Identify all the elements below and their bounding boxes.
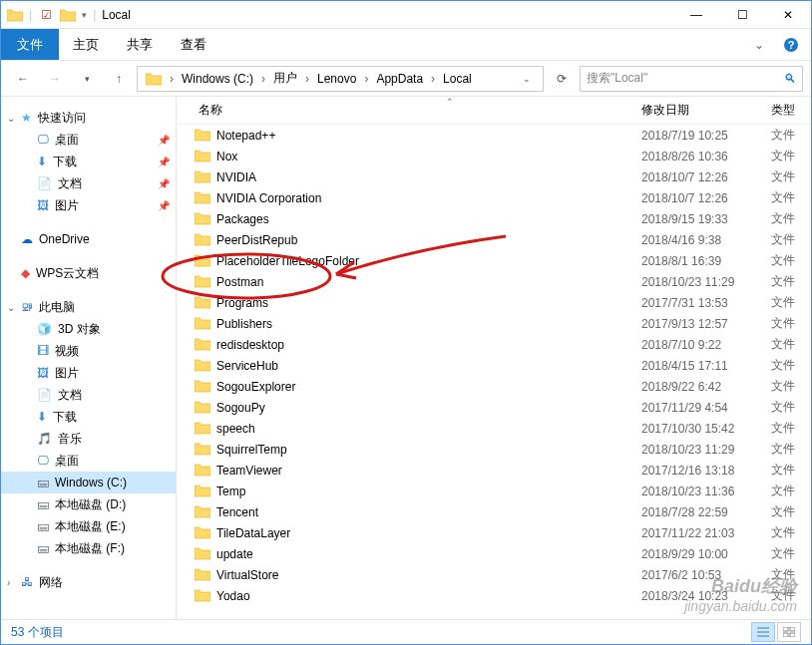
file-row[interactable]: Tencent2018/7/28 22:59文件 [177,501,811,522]
nav-quick-item[interactable]: 🖵桌面📌 [1,129,176,151]
tab-home[interactable]: 主页 [59,29,113,60]
nav-bar: ← → ▾ ↑ › Windows (C:) › 用户 › Lenovo › A… [1,61,811,97]
breadcrumb-item[interactable]: Lenovo [311,67,362,91]
address-dropdown-icon[interactable]: ⌄ [513,65,541,93]
file-row[interactable]: SquirrelTemp2018/10/23 11:29文件 [177,439,811,460]
nav-pc-item[interactable]: 🧊3D 对象 [1,318,176,340]
help-button[interactable]: ? [771,29,811,60]
file-row[interactable]: Publishers2017/9/13 12:57文件 [177,313,811,334]
file-row[interactable]: Nox2018/8/26 10:36文件 [177,146,811,166]
checkmark-icon[interactable]: ☑ [38,7,54,23]
file-row[interactable]: update2018/9/29 10:00文件 [177,543,811,564]
column-date[interactable]: 修改日期 [641,102,771,119]
nav-onedrive[interactable]: ☁ OneDrive [1,228,176,250]
nav-pc-item[interactable]: 🎵音乐 [1,428,176,450]
nav-quick-item[interactable]: 🖼图片📌 [1,194,176,216]
file-date: 2018/7/28 22:59 [641,505,771,519]
breadcrumb-item[interactable]: Windows (C:) [176,67,259,91]
back-button[interactable]: ← [9,65,37,93]
ribbon-collapse-icon[interactable]: ⌄ [747,29,771,60]
file-row[interactable]: Yodao2018/3/24 10:23文件 [177,585,811,606]
file-row[interactable]: SogouPy2017/11/29 4:54文件 [177,397,811,418]
breadcrumb-item[interactable]: Local [437,67,478,91]
up-button[interactable]: ↑ [105,65,133,93]
file-row[interactable]: ServiceHub2018/4/15 17:11文件 [177,355,811,376]
nav-quick-access[interactable]: ⌄ ★ 快速访问 [1,107,176,129]
view-icons-button[interactable] [777,622,801,642]
file-row[interactable]: Packages2018/9/15 19:33文件 [177,208,811,229]
folder-icon [195,401,210,414]
downloads-icon: ⬇ [37,155,47,168]
nav-label: 本地磁盘 (E:) [55,518,126,535]
tab-share[interactable]: 共享 [113,29,167,60]
file-row[interactable]: NVIDIA Corporation2018/10/7 12:26文件 [177,187,811,208]
file-row[interactable]: speech2017/10/30 15:42文件 [177,418,811,439]
nav-this-pc[interactable]: ⌄ 🖳 此电脑 [1,296,176,318]
close-button[interactable]: ✕ [765,1,811,29]
status-bar: 53 个项目 [1,619,811,644]
file-tab[interactable]: 文件 [1,29,59,60]
file-name: ServiceHub [216,359,278,373]
nav-pc-item[interactable]: 🖴本地磁盘 (F:) [1,537,176,559]
nav-quick-item[interactable]: 📄文档📌 [1,172,176,194]
folder-icon [195,443,210,456]
nav-pc-item[interactable]: ⬇下载 [1,406,176,428]
folder-icon[interactable] [60,7,76,23]
file-name: Yodao [216,589,250,603]
file-row[interactable]: redisdesktop2018/7/10 9:22文件 [177,334,811,355]
file-row[interactable]: Postman2018/10/23 11:29文件 [177,271,811,292]
file-row[interactable]: PlaceholderTileLogoFolder2018/8/1 16:39文… [177,250,811,271]
nav-pc-item[interactable]: 🖴本地磁盘 (E:) [1,515,176,537]
chevron-right-icon[interactable]: › [362,72,370,86]
nav-pc-item[interactable]: 🖴Windows (C:) [1,472,176,493]
nav-pc-item[interactable]: 🖵桌面 [1,450,176,472]
nav-wps[interactable]: ◆ WPS云文档 [1,262,176,284]
column-name[interactable]: 名称 [195,102,641,119]
folder-icon [7,7,23,23]
address-bar[interactable]: › Windows (C:) › 用户 › Lenovo › AppData ›… [137,66,544,92]
maximize-button[interactable]: ☐ [719,1,765,29]
nav-pc-item[interactable]: 🖼图片 [1,362,176,384]
qat-dropdown-icon[interactable]: ▾ [82,10,87,20]
file-row[interactable]: VirtualStore2017/6/2 10:53文件 [177,564,811,585]
minimize-button[interactable]: — [673,1,719,29]
chevron-right-icon[interactable]: › [429,72,437,86]
pictures-icon: 🖼 [37,198,49,212]
chevron-right-icon[interactable]: › [7,577,10,588]
file-row[interactable]: TeamViewer2017/12/16 13:18文件 [177,460,811,481]
file-row[interactable]: NVIDIA2018/10/7 12:26文件 [177,166,811,187]
tab-view[interactable]: 查看 [167,29,220,60]
file-type: 文件 [771,148,811,164]
breadcrumb-item[interactable]: AppData [370,67,429,91]
forward-button[interactable]: → [41,65,69,93]
nav-label: 本地磁盘 (F:) [55,540,125,557]
nav-quick-item[interactable]: ⬇下载📌 [1,151,176,172]
chevron-right-icon[interactable]: › [259,72,267,86]
nav-network[interactable]: › 🖧 网络 [1,571,176,593]
svg-text:?: ? [788,39,795,51]
search-input[interactable]: 搜索"Local" 🔍︎ [580,66,803,92]
file-row[interactable]: Temp2018/10/23 11:36文件 [177,481,811,501]
file-list[interactable]: Notepad++2018/7/19 10:25文件Nox2018/8/26 1… [177,125,811,619]
recent-dropdown-icon[interactable]: ▾ [73,65,101,93]
file-row[interactable]: PeerDistRepub2018/4/16 9:38文件 [177,229,811,250]
breadcrumb-item[interactable]: 用户 [267,67,303,91]
chevron-down-icon[interactable]: ⌄ [7,302,15,313]
nav-pc-item[interactable]: 🎞视频 [1,340,176,362]
column-type[interactable]: 类型 [771,102,811,119]
chevron-right-icon[interactable]: › [168,72,176,86]
view-details-button[interactable] [751,622,775,642]
file-row[interactable]: SogouExplorer2018/9/22 6:42文件 [177,376,811,397]
file-row[interactable]: Programs2017/7/31 13:53文件 [177,292,811,313]
refresh-button[interactable]: ⟳ [548,65,576,93]
chevron-right-icon[interactable]: › [303,72,311,86]
file-row[interactable]: Notepad++2018/7/19 10:25文件 [177,125,811,146]
file-type: 文件 [771,357,811,374]
navigation-pane[interactable]: ⌄ ★ 快速访问 🖵桌面📌⬇下载📌📄文档📌🖼图片📌 ☁ OneDrive ◆ W… [1,97,177,619]
nav-pc-item[interactable]: 📄文档 [1,384,176,406]
network-icon: 🖧 [21,575,33,589]
chevron-down-icon[interactable]: ⌄ [7,113,15,124]
file-row[interactable]: TileDataLayer2017/11/22 21:03文件 [177,522,811,543]
nav-pc-item[interactable]: 🖴本地磁盘 (D:) [1,493,176,515]
breadcrumb-root[interactable] [140,67,168,91]
